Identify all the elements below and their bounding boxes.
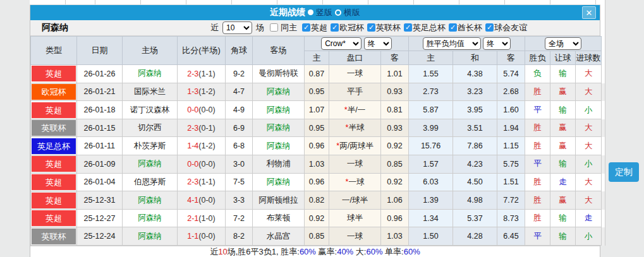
avg-away-cell: 5.74 — [497, 65, 525, 83]
half-score: (0-0) — [198, 105, 215, 114]
goals-cell: 大 — [576, 173, 602, 191]
league-badge: 英超 — [32, 156, 76, 172]
league-label: 英联杯 — [376, 22, 401, 33]
goals-cell: 小 — [576, 227, 602, 246]
results-table: 类型 日期 主场 比分(半场) 角球 客场 Crow* 终 胜平负均值 终 全场 — [30, 36, 602, 246]
handicap-cell: *两/两球半 — [329, 137, 381, 155]
home-team-cell[interactable]: 阿森纳 — [123, 191, 178, 210]
away-team-cell[interactable]: 阿森纳 — [253, 83, 305, 101]
handicap-text: 一球 — [347, 159, 363, 168]
col-header-home: 主场 — [123, 37, 178, 65]
avg-draw-cell: 3.51 — [453, 119, 497, 137]
home-team-cell[interactable]: 国际米兰 — [123, 83, 178, 101]
league-label: 球会友谊 — [494, 22, 527, 33]
league-badge: 英超 — [32, 210, 76, 226]
league-checkbox[interactable]: ✓ — [367, 23, 375, 32]
home-team-cell[interactable]: 朴茨茅斯 — [123, 137, 178, 155]
col-header-avg-draw: 和 — [453, 51, 497, 65]
league-label: 欧冠杯 — [339, 22, 364, 33]
home-team-cell[interactable]: 阿森纳 — [123, 155, 178, 174]
away-team-cell[interactable]: 阿斯顿维拉 — [253, 191, 305, 210]
recent-count-select[interactable]: 10 — [222, 21, 252, 34]
away-team-cell[interactable]: 阿森纳 — [253, 137, 305, 155]
result-cell: 胜 — [525, 173, 550, 191]
league-checkbox[interactable]: ✓ — [331, 23, 339, 32]
odds-home-cell: 0.95 — [305, 119, 329, 137]
odds-away-cell: 0.93 — [381, 83, 409, 101]
dialog-titlebar: 近期战绩 竖版 横版 ✕ — [30, 5, 600, 20]
league-checkbox[interactable]: ✓ — [449, 23, 457, 32]
home-team-cell[interactable]: 伯恩茅斯 — [123, 173, 178, 191]
let-result-cell: 输 — [550, 65, 576, 83]
home-team-cell[interactable]: 阿森纳 — [123, 209, 178, 227]
league-badge: 英超 — [32, 102, 76, 118]
result-cell: 平 — [525, 227, 550, 246]
league-badge: 英足总杯 — [32, 138, 76, 154]
summary-segment: 大: — [353, 247, 366, 256]
away-team-cell[interactable]: 利物浦 — [253, 155, 305, 174]
customize-button[interactable]: 定制 — [609, 162, 639, 182]
result-cell: 负 — [525, 65, 550, 83]
avg-away-cell: 6.45 — [497, 227, 525, 246]
let-result-cell: 输 — [550, 209, 576, 227]
avg-home-cell: 5.87 — [409, 101, 453, 119]
final-score: 1-4 — [187, 141, 198, 150]
league-checkbox[interactable]: ✓ — [404, 23, 412, 32]
result-cell: 胜 — [525, 191, 550, 210]
background-page-top — [30, 0, 605, 5]
summary-segment: 60% — [300, 247, 316, 256]
avg-odds-select[interactable]: 胜平负均值 — [423, 37, 481, 50]
avg-draw-cell: 5.37 — [453, 209, 497, 227]
avg-away-cell: 1.15 — [497, 137, 525, 155]
league-filter: ✓ 英足总杯 — [404, 22, 446, 33]
odds-company-select[interactable]: Crow* — [321, 37, 361, 50]
col-header-odds-home: 主 — [305, 51, 329, 65]
col-header-result: 胜负 — [525, 51, 550, 65]
league-filter: ✓ 球会友谊 — [485, 22, 527, 33]
home-team-cell[interactable]: 阿森纳 — [123, 227, 178, 246]
score-cell: 2-3(1-1) — [178, 65, 226, 83]
date-cell: 26-01-18 — [77, 101, 123, 119]
table-row: 英超 25-12-31 阿森纳 4-1(0-0) 3-3 阿斯顿维拉 0.82 … — [31, 191, 602, 210]
avg-away-cell: 8.73 — [497, 209, 525, 227]
handicap-cell: *半/一 — [329, 101, 381, 119]
odds-home-cell: 0.96 — [305, 173, 329, 191]
odds-state-select[interactable]: 终 — [364, 37, 392, 50]
horizontal-view-label[interactable]: 横版 — [344, 7, 360, 18]
odds-home-cell: 0.85 — [305, 227, 329, 246]
table-row: 英超 26-01-18 诺丁汉森林 0-0(0-0) 4-9 阿森纳 1.07 … — [31, 101, 602, 119]
half-score: (0-0) — [198, 160, 215, 169]
result-cell: 胜 — [525, 119, 550, 137]
league-checkbox[interactable]: ✓ — [485, 23, 494, 32]
horizontal-view-radio[interactable] — [335, 9, 341, 16]
corners-cell: 4-7 — [226, 83, 253, 101]
away-team-cell[interactable]: 水晶宫 — [253, 227, 305, 246]
away-team-cell[interactable]: 布莱顿 — [253, 209, 305, 227]
corners-cell: 6-8 — [226, 137, 253, 155]
same-home-checkbox[interactable] — [270, 23, 278, 32]
vertical-view-radio[interactable] — [308, 9, 313, 15]
filter-bar: 阿森纳 近 10 场 同主 ✓ 英超 ✓ 欧冠杯 ✓ 英联杯 ✓ 英足总杯 ✓ … — [30, 20, 600, 37]
vertical-view-label[interactable]: 竖版 — [316, 7, 332, 18]
avg-state-select[interactable]: 终 — [483, 37, 511, 50]
away-team-cell[interactable]: 阿森纳 — [253, 119, 305, 137]
avg-draw-cell: 4.23 — [453, 155, 497, 174]
table-row: 英超 25-12-27 阿森纳 2-1(1-0) 7-2 布莱顿 0.92 球半… — [31, 209, 602, 227]
date-cell: 26-01-04 — [77, 173, 123, 191]
home-team-cell[interactable]: 阿森纳 — [123, 65, 178, 83]
goals-cell: 小 — [576, 101, 602, 119]
scope-select[interactable]: 全场 — [545, 37, 581, 50]
league-checkbox[interactable]: ✓ — [302, 23, 310, 32]
away-team-cell[interactable]: 阿森纳 — [253, 173, 305, 191]
avg-home-cell: 15.76 — [409, 137, 453, 155]
close-icon[interactable]: ✕ — [582, 6, 596, 19]
handicap-text: 球半 — [347, 213, 363, 222]
odds-home-cell: 0.82 — [305, 191, 329, 210]
away-team-cell[interactable]: 阿森纳 — [253, 101, 305, 119]
summary-segment: 单率: — [382, 247, 403, 256]
away-team-cell[interactable]: 曼彻斯特联 — [253, 65, 305, 83]
home-team-cell[interactable]: 切尔西 — [123, 119, 178, 137]
avg-home-cell: 1.39 — [409, 191, 453, 210]
league-badge: 英超 — [32, 193, 76, 208]
home-team-cell[interactable]: 诺丁汉森林 — [123, 101, 178, 119]
